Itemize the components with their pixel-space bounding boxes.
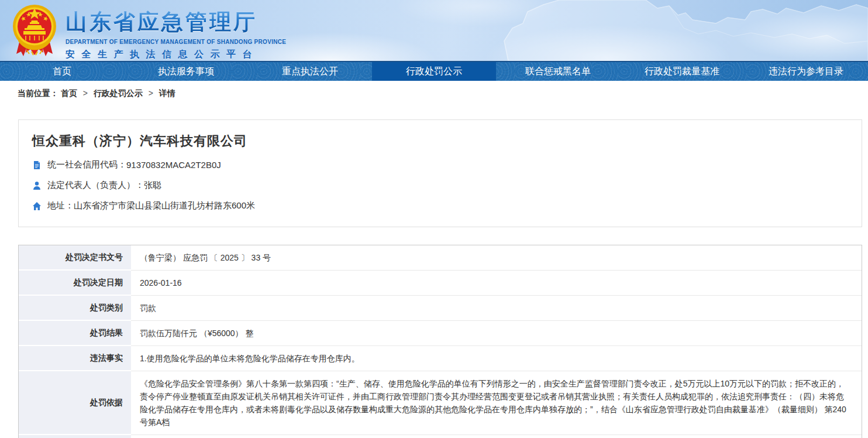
nav-item-violation-catalog[interactable]: 违法行为参考目录 xyxy=(744,62,868,81)
table-row-decision-number: 处罚决定书文号 （鲁宁梁） 应急罚 〔 2025 〕 33 号 xyxy=(19,245,862,271)
site-header: 山东省应急管理厅 DEPARTMENT OF EMERGENCY MANAGEM… xyxy=(0,0,868,61)
row-value: 罚款伍万陆仟元 （¥56000） 整 xyxy=(131,321,862,346)
breadcrumb-penalty-disclosure[interactable]: 行政处罚公示 xyxy=(94,88,143,98)
nav-item-penalty-disclosure[interactable]: 行政处罚公示 xyxy=(372,62,496,81)
row-value: 2026-01-16 xyxy=(131,271,862,296)
org-name: 山东省应急管理厅 xyxy=(66,8,286,37)
row-value: （鲁宁梁） 应急罚 〔 2025 〕 33 号 xyxy=(131,245,862,271)
row-label: 处罚机关 xyxy=(19,435,131,438)
row-value: 罚款 xyxy=(131,296,862,321)
breadcrumb-home[interactable]: 首页 xyxy=(61,88,77,98)
national-emblem-icon xyxy=(12,4,57,59)
nav-item-joint-blacklist[interactable]: 联合惩戒黑名单 xyxy=(496,62,620,81)
address-value: 山东省济宁市梁山县梁山街道孔坊村路东600米 xyxy=(74,200,255,211)
credit-code-label: 统一社会信用代码： xyxy=(47,159,126,170)
breadcrumb-detail: 详情 xyxy=(159,88,175,98)
credit-code-value: 91370832MACA2T2B0J xyxy=(126,160,221,170)
nav-item-discretion-standards[interactable]: 行政处罚裁量基准 xyxy=(620,62,744,81)
row-label: 违法事实 xyxy=(19,346,131,371)
shandong-map-decoration xyxy=(342,0,868,61)
row-label: 处罚类别 xyxy=(19,296,131,321)
document-icon xyxy=(32,160,42,170)
platform-name: 安全生产执法信息公示平台 xyxy=(66,49,286,61)
breadcrumb: 当前位置： 首页 > 行政处罚公示 > 详情 xyxy=(18,88,868,99)
org-name-english: DEPARTMENT OF EMERGENCY MANAGEMENT OF SH… xyxy=(66,39,286,45)
nav-item-home[interactable]: 首页 xyxy=(0,62,124,81)
table-row-penalty-category: 处罚类别 罚款 xyxy=(19,296,862,321)
address-line: 地址： 山东省济宁市梁山县梁山街道孔坊村路东600米 xyxy=(32,200,848,211)
row-label: 处罚结果 xyxy=(19,321,131,346)
table-row-penalty-authority: 处罚机关 梁山县应急管理局 xyxy=(19,435,862,438)
table-row-penalty-result: 处罚结果 罚款伍万陆仟元 （¥56000） 整 xyxy=(19,321,862,346)
nav-item-enforcement-services[interactable]: 执法服务事项 xyxy=(124,62,248,81)
legal-representative-value: 张聪 xyxy=(144,180,161,191)
nav-item-key-enforcement[interactable]: 重点执法公开 xyxy=(248,62,372,81)
row-value: 《危险化学品安全管理条例》第八十条第一款第四项：“生产、储存、使用危险化学品的单… xyxy=(131,371,862,435)
legal-representative-label: 法定代表人（负责人）： xyxy=(47,180,144,191)
table-row-decision-date: 处罚决定日期 2026-01-16 xyxy=(19,271,862,296)
company-info-card: 恒众重科（济宁）汽车科技有限公司 统一社会信用代码： 91370832MACA2… xyxy=(18,119,862,227)
address-label: 地址： xyxy=(47,200,74,211)
penalty-detail-table: 处罚决定书文号 （鲁宁梁） 应急罚 〔 2025 〕 33 号 处罚决定日期 2… xyxy=(18,245,862,438)
table-row-violation-facts: 违法事实 1.使用危险化学品的单位未将危险化学品储存在专用仓库内。 xyxy=(19,346,862,371)
row-label: 处罚依据 xyxy=(19,371,131,435)
home-icon xyxy=(32,201,42,211)
legal-representative-line: 法定代表人（负责人）： 张聪 xyxy=(32,180,848,191)
credit-code-line: 统一社会信用代码： 91370832MACA2T2B0J xyxy=(32,159,848,170)
person-icon xyxy=(32,181,42,190)
company-name: 恒众重科（济宁）汽车科技有限公司 xyxy=(32,132,848,150)
row-value: 1.使用危险化学品的单位未将危险化学品储存在专用仓库内。 xyxy=(131,346,862,371)
breadcrumb-separator: > xyxy=(149,88,153,98)
main-navigation: 首页 执法服务事项 重点执法公开 行政处罚公示 联合惩戒黑名单 行政处罚裁量基准… xyxy=(0,61,868,81)
breadcrumb-separator: > xyxy=(83,88,88,98)
table-row-penalty-basis: 处罚依据 《危险化学品安全管理条例》第八十条第一款第四项：“生产、储存、使用危险… xyxy=(19,371,862,435)
row-label: 处罚决定日期 xyxy=(19,271,131,296)
breadcrumb-prefix: 当前位置： xyxy=(18,88,58,98)
row-value: 梁山县应急管理局 xyxy=(131,435,862,438)
row-label: 处罚决定书文号 xyxy=(19,245,131,271)
